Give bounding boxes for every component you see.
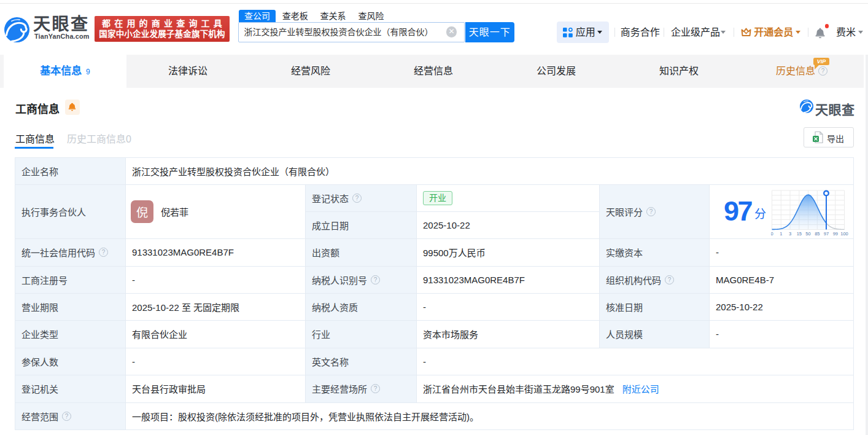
- svg-text:97: 97: [824, 231, 829, 237]
- svg-text:85: 85: [815, 231, 820, 237]
- svg-text:1: 1: [780, 231, 782, 237]
- svg-text:15: 15: [797, 231, 802, 237]
- svg-text:100: 100: [840, 231, 848, 237]
- svg-text:0: 0: [771, 231, 773, 237]
- svg-text:50: 50: [805, 231, 810, 237]
- svg-text:99: 99: [833, 231, 838, 237]
- svg-text:3: 3: [789, 231, 791, 237]
